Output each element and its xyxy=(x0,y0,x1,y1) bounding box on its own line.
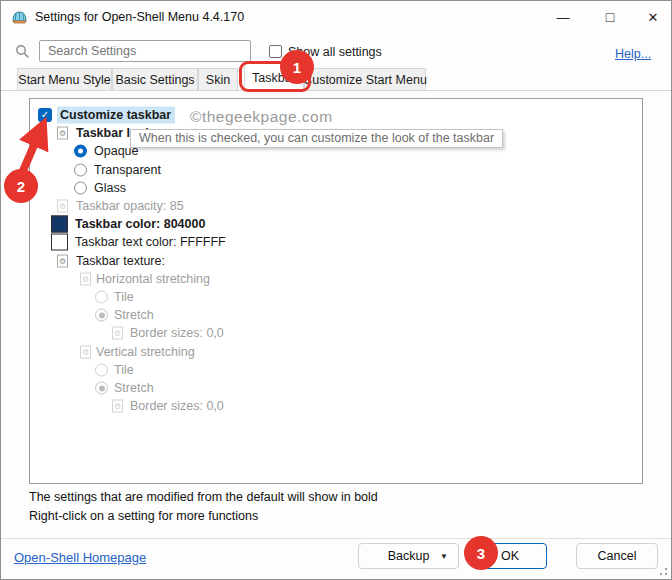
tree-item-customize-taskbar[interactable]: ✓Customize taskbar xyxy=(30,106,642,124)
settings-tree-panel: ✓Customize taskbar⚙Taskbar lookOpaqueTra… xyxy=(29,98,643,484)
annotation-badge-3: 3 xyxy=(464,536,498,570)
annotation-badge-1: 1 xyxy=(280,50,314,84)
vertical-stretch-radio xyxy=(95,382,108,395)
tree-item-label: Customize taskbar xyxy=(57,107,175,124)
chevron-down-icon: ▼ xyxy=(440,552,448,561)
tab-customize-start-menu[interactable]: Customize Start Menu xyxy=(304,68,426,91)
tree-item-vertical-stretch[interactable]: Stretch xyxy=(30,379,642,397)
tree-item-vertical-border-sizes[interactable]: ⚙Border sizes: 0,0 xyxy=(30,397,642,415)
window-title: Settings for Open-Shell Menu 4.4.170 xyxy=(35,1,244,33)
tree-item-vertical-stretching[interactable]: ⚙Vertical stretching xyxy=(30,343,642,361)
tree-item-label: Stretch xyxy=(114,381,154,395)
tree-item-label: Glass xyxy=(94,181,126,195)
titlebar: Settings for Open-Shell Menu 4.4.170 — □… xyxy=(1,1,671,33)
backup-button[interactable]: Backup ▼ xyxy=(358,543,459,569)
footer-note-right-click: Right-click on a setting for more functi… xyxy=(29,509,258,523)
opaque-radio[interactable] xyxy=(74,145,87,158)
tree-item-label: Vertical stretching xyxy=(96,345,195,359)
setting-gear-icon[interactable]: ⚙ xyxy=(57,254,68,267)
glass-radio[interactable] xyxy=(74,181,87,194)
tree-item-taskbar-text-color[interactable]: Taskbar text color: FFFFFF xyxy=(30,233,642,251)
tree-item-label: Taskbar text color: FFFFFF xyxy=(75,235,226,249)
search-icon xyxy=(15,44,30,59)
backup-button-label: Backup xyxy=(388,549,430,563)
tree-item-label: Tile xyxy=(114,363,134,377)
setting-gear-icon: ⚙ xyxy=(80,272,91,285)
tree-item-horizontal-tile[interactable]: Tile xyxy=(30,288,642,306)
tree-item-horizontal-stretching[interactable]: ⚙Horizontal stretching xyxy=(30,270,642,288)
setting-gear-icon: ⚙ xyxy=(80,345,91,358)
tree-item-label: Taskbar color: 804000 xyxy=(75,217,205,231)
tree-item-label: Border sizes: 0,0 xyxy=(130,399,224,413)
tree-item-horizontal-stretch[interactable]: Stretch xyxy=(30,306,642,324)
tooltip: When this is checked, you can customize … xyxy=(130,129,503,148)
footer-note-bold-settings: The settings that are modified from the … xyxy=(29,490,378,504)
tree-item-taskbar-color[interactable]: Taskbar color: 804000 xyxy=(30,215,642,233)
tab-basic-settings[interactable]: Basic Settings xyxy=(112,68,198,91)
tab-start-menu-style[interactable]: Start Menu Style xyxy=(17,68,112,91)
maximize-button[interactable]: □ xyxy=(588,1,632,33)
tree-item-label: Border sizes: 0,0 xyxy=(130,326,224,340)
taskbar-color-swatch[interactable] xyxy=(51,216,68,233)
tree-item-label: Tile xyxy=(114,290,134,304)
minimize-button[interactable]: — xyxy=(541,1,585,33)
tree-item-horizontal-border-sizes[interactable]: ⚙Border sizes: 0,0 xyxy=(30,324,642,342)
close-button[interactable]: ✕ xyxy=(633,1,672,33)
tree-item-taskbar-opacity[interactable]: ⚙Taskbar opacity: 85 xyxy=(30,197,642,215)
resize-grip[interactable] xyxy=(665,573,667,575)
setting-gear-icon: ⚙ xyxy=(112,327,123,340)
tree-item-label: Horizontal stretching xyxy=(96,272,210,286)
transparent-radio[interactable] xyxy=(74,163,87,176)
tree-item-label: Transparent xyxy=(94,163,161,177)
setting-gear-icon: ⚙ xyxy=(57,200,68,213)
tree-item-transparent[interactable]: Transparent xyxy=(30,161,642,179)
settings-window: Settings for Open-Shell Menu 4.4.170 — □… xyxy=(0,0,672,580)
vertical-tile-radio xyxy=(95,363,108,376)
annotation-badge-2: 2 xyxy=(4,169,38,203)
settings-tree: ✓Customize taskbar⚙Taskbar lookOpaqueTra… xyxy=(30,99,642,483)
watermark: ©thegeekpage.com xyxy=(190,108,333,126)
cancel-button[interactable]: Cancel xyxy=(576,543,658,569)
tab-skin[interactable]: Skin xyxy=(198,68,238,91)
tree-item-glass[interactable]: Glass xyxy=(30,179,642,197)
tree-item-label: Taskbar texture: xyxy=(76,254,165,268)
search-input[interactable] xyxy=(39,40,251,62)
horizontal-tile-radio xyxy=(95,291,108,304)
tree-item-taskbar-texture[interactable]: ⚙Taskbar texture: xyxy=(30,252,642,270)
horizontal-stretch-radio xyxy=(95,309,108,322)
tree-item-label: Taskbar opacity: 85 xyxy=(76,199,184,213)
footer-divider xyxy=(1,538,672,539)
open-shell-app-icon xyxy=(11,9,28,25)
setting-gear-icon: ⚙ xyxy=(112,400,123,413)
show-all-settings-checkbox[interactable] xyxy=(269,45,282,58)
tree-item-vertical-tile[interactable]: Tile xyxy=(30,361,642,379)
tree-item-label: Stretch xyxy=(114,308,154,322)
taskbar-text-color-swatch[interactable] xyxy=(51,234,68,251)
help-link[interactable]: Help... xyxy=(615,47,651,61)
open-shell-homepage-link[interactable]: Open-Shell Homepage xyxy=(14,550,146,565)
